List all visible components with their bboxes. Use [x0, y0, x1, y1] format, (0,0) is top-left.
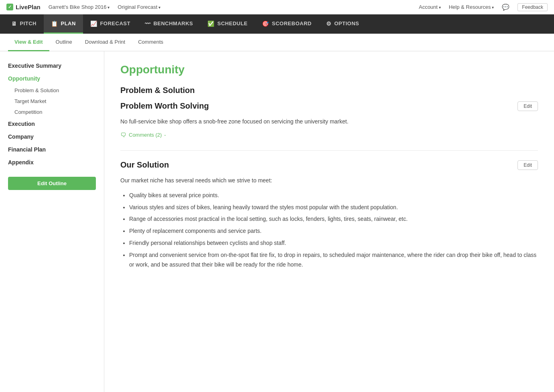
nav-forecast-label: FORECAST [100, 20, 130, 26]
content-layout: Executive Summary Opportunity Problem & … [0, 51, 554, 392]
schedule-icon: ✅ [207, 20, 215, 27]
forecast-selector[interactable]: Original Forecast [118, 4, 160, 10]
nav-benchmarks[interactable]: 〰 BENCHMARKS [138, 14, 200, 34]
nav-plan[interactable]: 📋 PLAN [44, 14, 83, 34]
solution-intro: Our market niche has several needs which… [120, 176, 538, 185]
help-link[interactable]: Help & Resources [449, 4, 494, 10]
sub-nav-comments[interactable]: Comments [132, 34, 170, 51]
problem-worth-solving-block: Problem Worth Solving Edit No full-servi… [120, 101, 538, 138]
sub-nav: View & Edit Outline Download & Print Com… [0, 34, 554, 51]
problem-text: No full-service bike shop offers a snob-… [120, 117, 538, 126]
nav-plan-label: PLAN [61, 20, 76, 26]
scoreboard-icon: 🎯 [262, 20, 269, 27]
logo[interactable]: ✓ LivePlan [6, 4, 41, 10]
nav-pitch-label: PITCH [20, 20, 37, 26]
forecast-icon: 📈 [90, 20, 97, 27]
top-bar: ✓ LivePlan Garrett's Bike Shop 2016 Orig… [0, 0, 554, 14]
comments-icon: 🗨 [120, 131, 126, 138]
sidebar-item-opportunity[interactable]: Opportunity [0, 72, 104, 85]
list-item: Quality bikes at several price points. [129, 191, 538, 200]
page-title: Opportunity [120, 63, 538, 76]
problem-edit-button[interactable]: Edit [517, 101, 538, 111]
list-item: Range of accessories most practical in t… [129, 214, 538, 224]
sidebar-sub-competition[interactable]: Competition [0, 107, 104, 117]
list-item: Prompt and convenient service from on-th… [129, 251, 538, 270]
logo-icon: ✓ [6, 4, 13, 10]
list-item: Friendly personal relationships between … [129, 238, 538, 248]
sidebar-sub-target-market[interactable]: Target Market [0, 96, 104, 107]
sidebar-item-company[interactable]: Company [0, 130, 104, 143]
solution-list: Quality bikes at several price points. V… [120, 191, 538, 270]
nav-pitch[interactable]: 🖥 PITCH [4, 14, 44, 34]
nav-schedule-label: SCHEDULE [217, 20, 248, 26]
comments-dash: - [164, 132, 166, 138]
section-title: Problem & Solution [120, 86, 538, 95]
sub-nav-download[interactable]: Download & Print [79, 34, 132, 51]
sidebar-item-financial-plan[interactable]: Financial Plan [0, 143, 104, 156]
plan-icon: 📋 [51, 20, 58, 27]
sidebar: Executive Summary Opportunity Problem & … [0, 51, 104, 392]
sidebar-item-execution[interactable]: Execution [0, 117, 104, 130]
benchmarks-icon: 〰 [145, 20, 151, 27]
feedback-icon: 💬 [502, 4, 509, 11]
sidebar-item-appendix[interactable]: Appendix [0, 156, 104, 169]
our-solution-block: Our Solution Edit Our market niche has s… [120, 160, 538, 269]
nav-schedule[interactable]: ✅ SCHEDULE [200, 14, 255, 34]
comments-label: Comments (2) [129, 132, 162, 138]
main-nav: 🖥 PITCH 📋 PLAN 📈 FORECAST 〰 BENCHMARKS ✅… [0, 14, 554, 34]
solution-edit-button[interactable]: Edit [517, 160, 538, 170]
sub-nav-outline[interactable]: Outline [49, 34, 79, 51]
pitch-icon: 🖥 [11, 20, 17, 27]
nav-benchmarks-label: BENCHMARKS [153, 20, 193, 26]
nav-scoreboard-label: SCOREBOARD [272, 20, 312, 26]
nav-options-label: OPTIONS [334, 20, 359, 26]
sub-nav-view-edit[interactable]: View & Edit [8, 34, 49, 51]
options-icon: ⚙ [326, 20, 332, 27]
main-content: Opportunity Problem & Solution Problem W… [104, 51, 554, 392]
nav-scoreboard[interactable]: 🎯 SCOREBOARD [255, 14, 319, 34]
account-link[interactable]: Account [419, 4, 441, 10]
list-item: Various styles and sizes of bikes, leani… [129, 203, 538, 212]
sidebar-item-executive-summary[interactable]: Executive Summary [0, 59, 104, 72]
feedback-button[interactable]: Feedback [517, 3, 548, 11]
comments-link[interactable]: 🗨 Comments (2) - [120, 131, 538, 138]
nav-forecast[interactable]: 📈 FORECAST [83, 14, 138, 34]
top-bar-nav: Account Help & Resources 💬 Feedback [419, 3, 548, 11]
logo-text: LivePlan [16, 4, 41, 10]
list-item: Plenty of replacement components and ser… [129, 226, 538, 236]
nav-options[interactable]: ⚙ OPTIONS [319, 14, 367, 34]
company-selector[interactable]: Garrett's Bike Shop 2016 [49, 4, 110, 10]
our-solution-heading: Our Solution [120, 160, 538, 170]
section-divider [120, 150, 538, 151]
problem-worth-solving-heading: Problem Worth Solving [120, 101, 538, 111]
sidebar-sub-problem-solution[interactable]: Problem & Solution [0, 85, 104, 96]
edit-outline-button[interactable]: Edit Outline [8, 177, 96, 190]
